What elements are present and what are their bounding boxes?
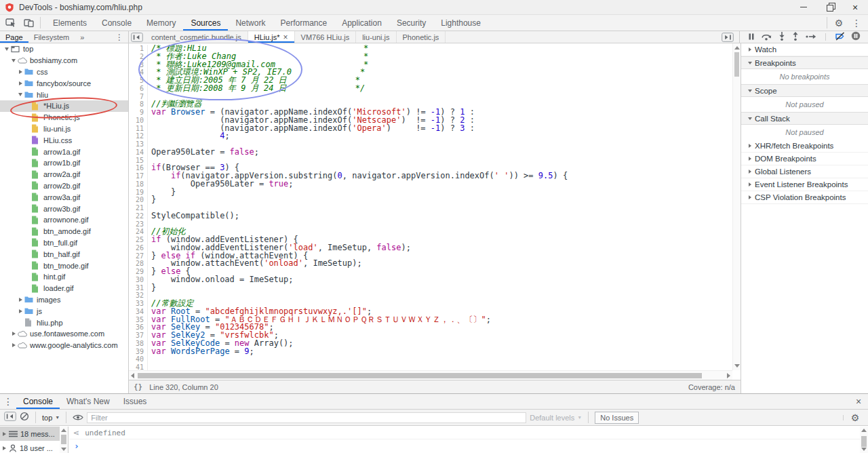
- tree-item-arrow1b-gif[interactable]: arrow1b.gif: [0, 157, 128, 169]
- tree-item-hint-gif[interactable]: hint.gif: [0, 271, 128, 283]
- scroll-up-icon[interactable]: [861, 429, 867, 432]
- expander-right-icon[interactable]: [745, 182, 755, 186]
- editor-horizontal-scrollbar[interactable]: [129, 370, 732, 380]
- editor-tab-vm766-hliu-js[interactable]: VM766 HLiu.js: [295, 31, 357, 43]
- code-line[interactable]: window.onload = ImeSetup;: [151, 276, 732, 284]
- expander-right-icon[interactable]: [16, 70, 24, 74]
- line-number[interactable]: 18: [129, 180, 144, 189]
- tree-item-btn-amode-gif[interactable]: btn_amode.gif: [0, 226, 128, 237]
- step-icon[interactable]: [806, 31, 817, 43]
- expander-right-icon[interactable]: [3, 446, 6, 450]
- line-number[interactable]: 24: [129, 228, 144, 236]
- step-into-icon[interactable]: [778, 31, 786, 43]
- expander-right-icon[interactable]: [16, 309, 24, 313]
- console-tab-issues[interactable]: Issues: [117, 394, 154, 409]
- line-number[interactable]: 26: [129, 244, 144, 252]
- line-number[interactable]: 29: [129, 268, 144, 276]
- expander-right-icon[interactable]: [16, 298, 24, 302]
- tree-item-arrow3b-gif[interactable]: arrow3b.gif: [0, 203, 128, 214]
- restore-button[interactable]: [816, 0, 842, 14]
- code-line[interactable]: [151, 355, 732, 363]
- section-xhr-fetch-breakpoints[interactable]: XHR/fetch Breakpoints: [741, 140, 868, 153]
- line-number[interactable]: 16: [129, 164, 144, 172]
- minimize-button[interactable]: [791, 0, 816, 14]
- expander-right-icon[interactable]: [16, 81, 24, 85]
- section-scope[interactable]: Scope: [741, 84, 868, 97]
- more-tabs-chevrons[interactable]: »: [75, 31, 90, 43]
- code-line[interactable]: }: [151, 284, 732, 292]
- close-drawer-icon[interactable]: ×: [849, 394, 868, 409]
- expander-right-icon[interactable]: [745, 195, 755, 199]
- code-line[interactable]: window.attachEvent('onload', ImeSetup);: [151, 260, 732, 268]
- line-number[interactable]: 1: [129, 45, 144, 53]
- close-button[interactable]: ×: [842, 0, 868, 14]
- code-line[interactable]: * 更新日期:2008 年 9 月 24 日 */: [151, 85, 732, 93]
- pretty-print-icon[interactable]: {}: [134, 382, 142, 391]
- section-watch[interactable]: Watch: [741, 43, 868, 56]
- console-scrollbar[interactable]: [860, 427, 868, 453]
- editor-tab-phonetic-js[interactable]: Phonetic.js: [397, 31, 446, 43]
- tree-item-loader-gif[interactable]: loader.gif: [0, 283, 128, 294]
- navigator-tab-filesystem[interactable]: Filesystem: [28, 31, 75, 43]
- expander-right-icon[interactable]: [9, 332, 18, 336]
- tab-sources[interactable]: Sources: [183, 15, 228, 31]
- drawer-kebab-icon[interactable]: ⋮: [0, 394, 16, 409]
- tab-memory[interactable]: Memory: [139, 15, 183, 31]
- expander-down-icon[interactable]: [9, 59, 18, 62]
- prev-tabs-icon[interactable]: [129, 31, 145, 43]
- focus-debuggee-icon[interactable]: [719, 31, 736, 43]
- line-number[interactable]: 9: [129, 109, 144, 117]
- close-tab-icon[interactable]: ×: [283, 33, 288, 42]
- section-event-listener-breakpoints[interactable]: Event Listener Breakpoints: [741, 178, 868, 191]
- line-number[interactable]: 25: [129, 236, 144, 244]
- scroll-thumb[interactable]: [61, 435, 66, 444]
- console-sidebar-toggle-icon[interactable]: [4, 412, 16, 424]
- scroll-down-icon[interactable]: [734, 364, 740, 368]
- navigator-tab-page[interactable]: Page: [0, 31, 28, 43]
- tree-item-btn-half-gif[interactable]: btn_half.gif: [0, 248, 128, 260]
- code-line[interactable]: [151, 292, 732, 300]
- settings-gear-icon[interactable]: ⚙: [830, 15, 848, 31]
- scroll-up-icon[interactable]: [61, 429, 66, 432]
- console-filter-18-mess[interactable]: 18 mess...: [0, 427, 60, 441]
- editor-tab-liu-uni-js[interactable]: liu-uni.js: [356, 31, 396, 43]
- line-number[interactable]: 6: [129, 85, 144, 93]
- code-content[interactable]: /* 標題:HLiu * * 作者:Luke Chang * * 聯絡:Luke…: [151, 45, 732, 370]
- section-breakpoints[interactable]: Breakpoints: [741, 56, 868, 69]
- console-messages[interactable]: ⋖ undefined ›: [69, 427, 860, 453]
- tab-application[interactable]: Application: [334, 15, 389, 31]
- navigator-more-icon[interactable]: ⋮: [111, 31, 128, 43]
- code-line[interactable]: 4;: [151, 132, 732, 140]
- line-number[interactable]: 35: [129, 316, 144, 324]
- tab-elements[interactable]: Elements: [45, 15, 94, 31]
- tree-item-use-fontawesome-com[interactable]: use.fontawesome.com: [0, 328, 128, 340]
- tab-performance[interactable]: Performance: [273, 15, 334, 31]
- tree-item-arrow2a-gif[interactable]: arrow2a.gif: [0, 169, 128, 180]
- line-number[interactable]: 15: [129, 157, 144, 165]
- line-number[interactable]: 27: [129, 252, 144, 260]
- filter-input[interactable]: [87, 412, 526, 423]
- tree-item-hliu[interactable]: hliu: [0, 89, 128, 100]
- tree-item-boshiamy-com[interactable]: boshiamy.com: [0, 55, 128, 66]
- tab-security[interactable]: Security: [389, 15, 433, 31]
- console-tab-what-s-new[interactable]: What's New: [60, 394, 117, 409]
- line-number[interactable]: 4: [129, 68, 144, 77]
- line-number[interactable]: 17: [129, 172, 144, 180]
- context-selector[interactable]: top ▼: [42, 414, 60, 422]
- scroll-down-icon[interactable]: [861, 448, 867, 451]
- device-toolbar-icon[interactable]: [20, 15, 37, 31]
- expander-right-icon[interactable]: [745, 157, 755, 161]
- clear-console-icon[interactable]: [20, 412, 29, 424]
- code-editor[interactable]: 1234567891011121314151617181920212223242…: [129, 43, 741, 380]
- tree-item-hliu-js[interactable]: *HLiu.js: [0, 100, 128, 112]
- tree-item-arrownone-gif[interactable]: arrownone.gif: [0, 214, 128, 226]
- code-line[interactable]: var WordsPerPage = 9;: [151, 348, 732, 356]
- line-number[interactable]: 23: [129, 220, 144, 229]
- line-number[interactable]: 39: [129, 348, 144, 356]
- expander-down-icon[interactable]: [745, 90, 755, 92]
- code-line[interactable]: StyleCompatible();: [151, 212, 732, 220]
- section-csp-violation-breakpoints[interactable]: CSP Violation Breakpoints: [741, 191, 868, 204]
- live-expression-eye-icon[interactable]: [73, 412, 83, 424]
- tree-item-arrow3a-gif[interactable]: arrow3a.gif: [0, 191, 128, 203]
- scroll-down-icon[interactable]: [61, 448, 66, 451]
